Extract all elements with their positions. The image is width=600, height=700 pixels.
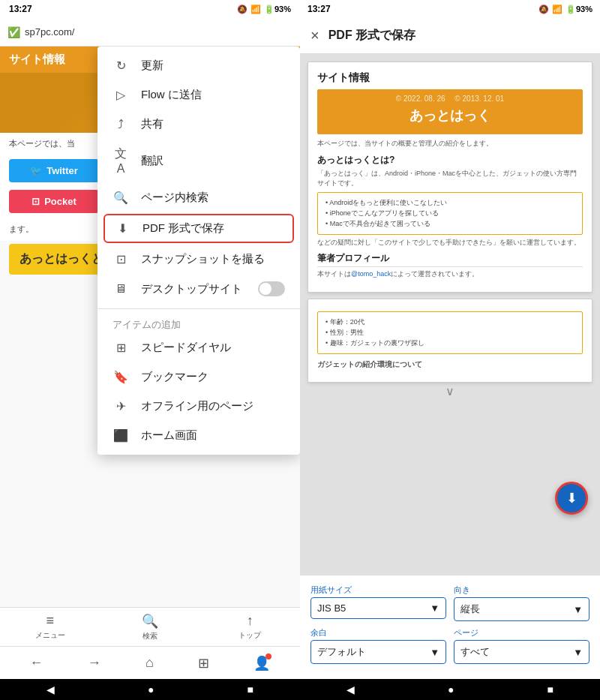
menu-item-share[interactable]: ⤴ 共有 [98,110,300,139]
paper-size-label: 用紙サイズ [310,584,446,596]
shield-icon: ✅ [8,26,20,38]
menu-item-flow[interactable]: ▷ Flow に送信 [98,80,300,110]
list-item-3: Macで不具合が起きて困っている [326,218,574,229]
nav-search[interactable]: 🔍 検索 [100,608,200,646]
twitter-icon: 🐦 [30,165,42,176]
right-status-bar: 13:27 🔕 📶 🔋93% [300,0,600,18]
paper-size-field: 用紙サイズ JIS B5 ▼ [310,584,446,621]
list-item-2: iPhoneでこんなアプリを探している [326,208,574,218]
refresh-icon: ↻ [112,59,129,73]
chevron-down: ∨ [308,384,592,398]
pdf-list-2: 年齢：20代 性別：男性 趣味：ガジェットの裏ワザ探し [317,311,583,354]
right-panel: 13:27 🔕 📶 🔋93% × PDF 形式で保存 サイト情報 © 2022.… [300,0,600,700]
pocket-icon: ⊡ [32,196,40,207]
right-time: 13:27 [308,4,331,14]
tabs-icon[interactable]: ⊞ [198,655,209,671]
pdf-list-1: Androidをもっと便利に使いこなしたい iPhoneでこんなアプリを探してい… [317,192,583,235]
left-android-nav: ◀ ● ■ [0,679,300,700]
pdf-hero-block: © 2022. 08. 26 © 2013. 12. 01 あっとはっく [317,89,583,134]
margin-select[interactable]: デフォルト ▼ [310,640,446,664]
back-icon[interactable]: ← [30,655,44,671]
bottom-nav: ≡ メニュー 🔍 検索 ↑ トップ [0,607,300,646]
share-icon: ⤴ [112,118,129,131]
list-item-age: 年齢：20代 [326,317,574,327]
home-android-right[interactable]: ● [448,683,454,695]
speed-dial-icon: ⊞ [112,341,129,355]
left-content: サイト情報 日々をハックする記事をお届け あっとはっく 本ページでは、当 🐦 T… [0,47,300,607]
download-fab-icon: ⬇ [566,490,578,506]
recents-android-right[interactable]: ■ [548,683,554,695]
pages-select[interactable]: すべて ▼ [454,640,590,664]
menu-item-refresh[interactable]: ↻ 更新 [98,51,300,80]
menu-item-pdf-save[interactable]: ⬇ PDF 形式で保存 [104,214,294,243]
twitter-button[interactable]: 🐦 Twitter [9,159,99,182]
bookmark-icon: 🔖 [112,370,129,384]
right-top-bar: × PDF 形式で保存 [300,18,600,54]
right-android-nav: ◀ ● ■ [300,679,600,700]
pdf-list-suffix: などの疑問に対し「このサイトで少しでも手助けできたら」を願いに運営しています。 [317,238,583,248]
pdf-section2-title: 筆者プロフィール [317,252,583,267]
pdf-section1-text: 「あっとはっく」は、Android・iPhone・Macを中心とした、ガジェット… [317,169,583,189]
forward-icon[interactable]: → [88,655,101,671]
menu-item-bookmark[interactable]: 🔖 ブックマーク [98,362,300,392]
home-android[interactable]: ● [148,683,154,695]
url-display: sp7pc.com/ [25,26,74,38]
menu-item-snapshot[interactable]: ⊡ スナップショットを撮る [98,245,300,274]
pdf-section2-text: 本サイトは@tomo_hackによって運営されています。 [317,269,583,280]
nav-bar: ← → ⌂ ⊞ 👤 [0,646,300,679]
chevron-down-icon-3: ▼ [430,647,440,658]
back-android-right[interactable]: ◀ [346,683,355,695]
nav-top[interactable]: ↑ トップ [200,608,300,646]
menu-item-home-screen[interactable]: ⬛ ホーム画面 [98,421,300,450]
recents-android[interactable]: ■ [248,683,254,695]
menu-icon: ≡ [46,613,54,629]
chevron-down-icon: ▼ [430,602,440,614]
menu-divider [98,308,300,309]
close-button[interactable]: × [310,27,320,44]
pdf-continuation: ガジェットの紹介環境について [317,359,583,370]
pages-field: ページ すべて ▼ [454,627,590,664]
page-search-icon: 🔍 [112,191,129,205]
orientation-select[interactable]: 縦長 ▼ [454,597,590,621]
pages-label: ページ [454,627,590,638]
pdf-intro-text: 本ページでは、当サイトの概要と管理人の紹介をします。 [317,139,583,149]
back-android[interactable]: ◀ [46,683,55,695]
top-icon: ↑ [247,613,254,629]
flow-icon: ▷ [112,88,129,102]
offline-icon: ✈ [112,399,129,413]
download-fab[interactable]: ⬇ [555,482,588,515]
menu-item-speed-dial[interactable]: ⊞ スピードダイヤル [98,333,300,362]
menu-item-desktop[interactable]: 🖥 デスクトップサイト [98,274,300,304]
settings-row-2: 余白 デフォルト ▼ ページ すべて ▼ [310,627,590,664]
list-item-hobby: 趣味：ガジェットの裏ワザ探し [326,338,574,348]
translate-icon: 文A [112,146,129,176]
dropdown-menu: ↻ 更新 ▷ Flow に送信 ⤴ 共有 文A 翻訳 [98,47,300,455]
menu-item-page-search[interactable]: 🔍 ページ内検索 [98,183,300,212]
pdf-page-2: 年齢：20代 性別：男性 趣味：ガジェットの裏ワザ探し ガジェットの紹介環境につ… [308,299,592,383]
list-item-1: Androidをもっと便利に使いこなしたい [326,197,574,208]
pocket-button[interactable]: ⊡ Pocket [9,190,99,213]
paper-size-select[interactable]: JIS B5 ▼ [310,597,446,619]
pdf-section1-title: あっとはっくとは? [317,154,583,167]
chevron-down-icon-2: ▼ [573,604,583,615]
pdf-page-1: サイト情報 © 2022. 08. 26 © 2013. 12. 01 あっとは… [308,62,592,293]
home-icon[interactable]: ⌂ [146,655,154,671]
list-item-gender: 性別：男性 [326,327,574,338]
desktop-icon: 🖥 [112,282,129,296]
desktop-toggle[interactable] [258,281,285,296]
left-status-icons: 🔕 📶 🔋93% [237,5,291,14]
pdf-preview-area[interactable]: サイト情報 © 2022. 08. 26 © 2013. 12. 01 あっとは… [300,54,600,575]
profile-icon[interactable]: 👤 [254,655,270,671]
menu-section-label: アイテムの追加 [98,314,300,333]
nav-menu[interactable]: ≡ メニュー [0,608,100,646]
pdf-settings: 用紙サイズ JIS B5 ▼ 向き 縦長 ▼ 余白 [300,575,600,679]
chevron-down-icon-4: ▼ [573,647,583,658]
pdf-link: @tomo_hack [351,270,391,278]
pdf-site-info-title: サイト情報 [317,71,583,85]
menu-item-translate[interactable]: 文A 翻訳 [98,139,300,183]
margin-field: 余白 デフォルト ▼ [310,627,446,664]
left-panel: 13:27 🔕 📶 🔋93% ✅ sp7pc.com/ サイト情報 日々をハック… [0,0,300,700]
orientation-field: 向き 縦長 ▼ [454,584,590,621]
browser-bar[interactable]: ✅ sp7pc.com/ [0,18,300,47]
menu-item-offline[interactable]: ✈ オフライン用のページ [98,392,300,421]
